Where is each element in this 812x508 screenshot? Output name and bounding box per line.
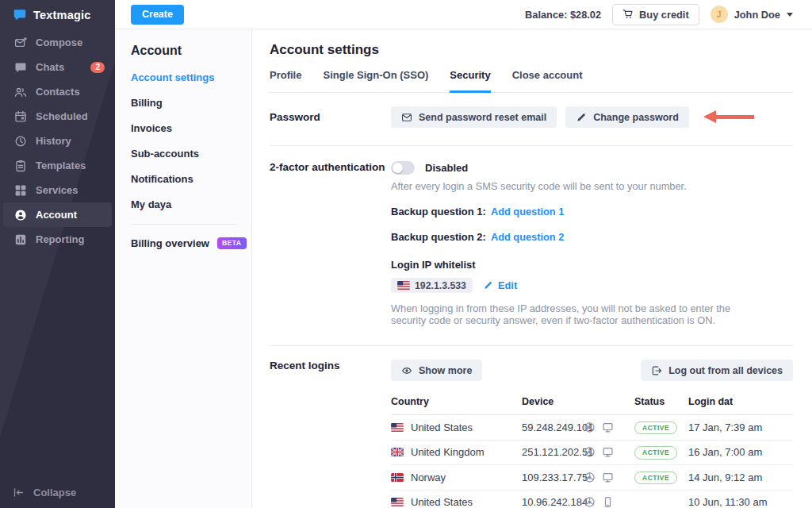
whitelist-note: When logging in from these IP addresses,… — [391, 302, 793, 326]
sidebar-item-compose[interactable]: Compose — [3, 30, 112, 55]
balance-text: Balance: $28.02 — [525, 9, 601, 21]
collapse-icon — [13, 487, 25, 498]
user-name: John Doe — [734, 9, 780, 21]
buy-credit-button[interactable]: Buy credit — [612, 4, 699, 25]
recent-logins-section: Recent logins Show more Log out from all… — [270, 346, 793, 508]
two-factor-toggle[interactable] — [391, 161, 415, 175]
brand-name: Textmagic — [33, 9, 90, 21]
topbar: Create Balance: $28.02 Buy credit J John… — [115, 0, 812, 29]
ip-address: 109.233.17.75 — [522, 471, 584, 483]
flag-us-icon — [391, 423, 404, 432]
sidebar-item-label: Templates — [36, 160, 86, 171]
subnav-item-invoices[interactable]: Invoices — [131, 122, 251, 134]
ip-address: 59.248.249.101 — [522, 421, 584, 433]
tab-single-sign-on-sso[interactable]: Single Sign-On (SSO) — [323, 69, 428, 93]
subnav-item-my-daya[interactable]: My daya — [131, 198, 251, 210]
toggle-state-label: Disabled — [425, 162, 468, 174]
whitelist-ip-chip: 192.1.3.533 — [391, 278, 473, 293]
envelope-icon — [401, 112, 412, 123]
chats-icon — [14, 61, 27, 74]
sidebar-item-chats[interactable]: Chats2 — [3, 55, 112, 79]
password-section: Password Send password reset email Chang… — [270, 93, 793, 146]
page-title: Account settings — [270, 42, 793, 58]
flag-us-icon — [391, 498, 404, 506]
status-badge: ACTIVE — [634, 446, 677, 460]
table-row: United Kingdom251.121.202.51ACTIVE16 Jan… — [391, 441, 793, 466]
country-name: United Kingdom — [411, 446, 485, 458]
tab-security[interactable]: Security — [450, 69, 490, 93]
tab-profile[interactable]: Profile — [270, 69, 301, 93]
logout-icon — [651, 365, 662, 376]
country-name: United States — [411, 421, 473, 433]
sidebar-nav: ComposeChats2ContactsScheduledHistoryTem… — [0, 29, 115, 252]
sidebar-item-account[interactable]: Account — [3, 202, 112, 227]
login-date: 17 Jan, 7:39 am — [688, 421, 793, 433]
subnav-heading: Account — [131, 44, 251, 58]
logout-all-devices-button[interactable]: Log out from all devices — [641, 360, 793, 381]
add-question-2-link[interactable]: Add question 2 — [491, 231, 564, 243]
red-arrow-annotation — [703, 110, 754, 124]
login-date: 14 Jun, 9:12 am — [688, 471, 793, 483]
sidebar-item-history[interactable]: History — [3, 129, 112, 153]
add-question-1-link[interactable]: Add question 1 — [491, 206, 564, 217]
tab-close-account[interactable]: Close account — [512, 69, 583, 93]
flag-us-icon — [397, 281, 410, 290]
status-badge: ACTIVE — [634, 421, 677, 435]
subnav-item-notifications[interactable]: Notifications — [131, 173, 251, 185]
main-content: Account settings ProfileSingle Sign-On (… — [252, 29, 812, 508]
desktop-icon — [602, 421, 614, 433]
tabs: ProfileSingle Sign-On (SSO)SecurityClose… — [270, 69, 793, 93]
user-menu[interactable]: J John Doe — [710, 6, 793, 23]
send-password-reset-button[interactable]: Send password reset email — [391, 106, 557, 128]
pencil-icon — [576, 112, 587, 123]
brand: Textmagic — [0, 0, 115, 29]
sidebar-item-templates[interactable]: Templates — [3, 153, 112, 178]
flag-gb-icon — [391, 448, 404, 456]
column-header-country: Country — [391, 396, 522, 407]
sidebar-item-label: Services — [36, 184, 79, 196]
show-more-button[interactable]: Show more — [391, 360, 482, 381]
services-icon — [14, 184, 27, 197]
desktop-icon — [602, 471, 614, 483]
country-name: United States — [411, 496, 473, 508]
subnav-item-billing-overview[interactable]: Billing overview BETA — [131, 237, 251, 249]
column-header-status: Status — [634, 396, 688, 407]
backup-question-2: Backup question 2:Add question 2 — [391, 231, 793, 243]
change-password-button[interactable]: Change password — [565, 106, 689, 128]
scheduled-icon — [14, 110, 27, 123]
sidebar-item-services[interactable]: Services — [3, 178, 112, 202]
desktop-icon — [602, 446, 614, 458]
collapse-button[interactable]: Collapse — [13, 487, 76, 498]
pencil-icon — [483, 280, 493, 291]
eye-icon — [401, 365, 412, 376]
beta-badge: BETA — [217, 237, 247, 249]
chevron-down-icon — [787, 13, 793, 17]
two-factor-section-label: 2-factor authentication — [270, 161, 391, 326]
subnav-item-account-settings[interactable]: Account settings — [131, 71, 251, 83]
table-row: United States10.96.242.18410 Jun, 11:30 … — [391, 491, 793, 508]
account-icon — [14, 209, 27, 221]
subnav-item-sub-accounts[interactable]: Sub-accounts — [131, 148, 251, 160]
subnav-list: Account settingsBillingInvoicesSub-accou… — [131, 71, 251, 210]
create-button[interactable]: Create — [131, 5, 184, 25]
sidebar-item-label: History — [36, 135, 71, 147]
edit-whitelist-link[interactable]: Edit — [483, 279, 517, 291]
sidebar: Textmagic ComposeChats2ContactsScheduled… — [0, 0, 115, 508]
flag-no-icon — [391, 473, 404, 482]
account-subnav: Account Account settingsBillingInvoicesS… — [115, 29, 252, 508]
two-factor-description: After every login a SMS security code wi… — [391, 180, 793, 192]
recent-logins-table: CountryDeviceStatusLogin dat United Stat… — [391, 396, 793, 508]
chrome-icon — [584, 446, 596, 458]
sidebar-item-label: Compose — [36, 37, 82, 48]
unread-badge: 2 — [90, 62, 105, 73]
column-header-login-dat: Login dat — [688, 396, 793, 407]
login-date: 16 Jan, 7:00 am — [688, 446, 793, 458]
subnav-item-billing[interactable]: Billing — [131, 97, 251, 109]
sidebar-item-contacts[interactable]: Contacts — [3, 79, 112, 104]
subnav-divider — [131, 224, 237, 225]
table-header: CountryDeviceStatusLogin dat — [391, 396, 793, 415]
table-row: United States59.248.249.101ACTIVE17 Jan,… — [391, 415, 793, 441]
sidebar-item-scheduled[interactable]: Scheduled — [3, 104, 112, 129]
sidebar-item-reporting[interactable]: Reporting — [3, 227, 112, 252]
sidebar-item-label: Account — [36, 209, 77, 221]
